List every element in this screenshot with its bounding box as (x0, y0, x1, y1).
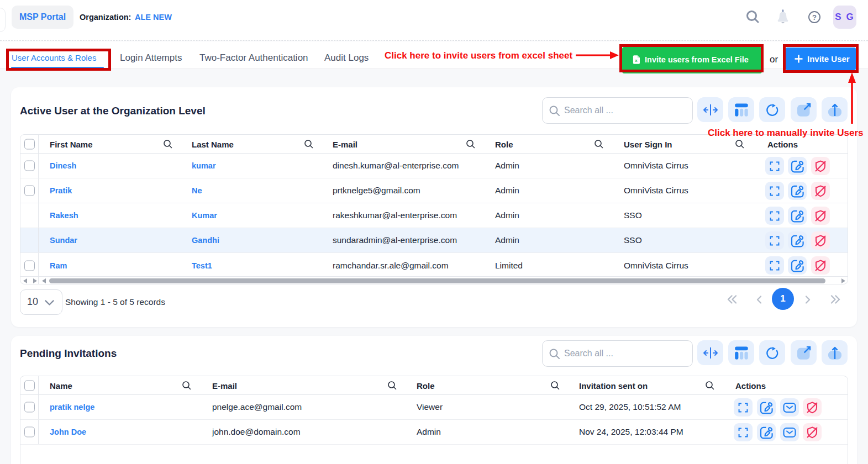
svg-text:?: ? (812, 13, 817, 22)
